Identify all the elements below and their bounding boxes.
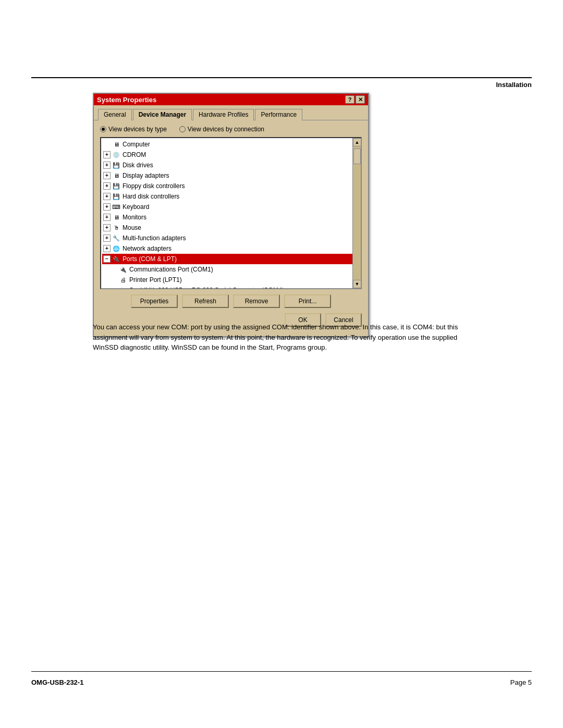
refresh-button[interactable]: Refresh: [182, 294, 229, 308]
scroll-up-button[interactable]: ▲: [353, 138, 361, 146]
network-expander[interactable]: +: [103, 245, 111, 252]
tab-general[interactable]: General: [98, 109, 132, 120]
radio-label-connection: View devices by connection: [188, 126, 264, 133]
mouse-icon: 🖱: [112, 224, 120, 232]
radio-label-type: View devices by type: [108, 126, 167, 133]
monitors-icon: 🖥: [112, 213, 120, 221]
keyboard-icon: ⌨: [112, 203, 120, 211]
monitors-expander[interactable]: +: [103, 214, 111, 221]
scroll-thumb[interactable]: [353, 149, 361, 164]
ports-expander[interactable]: −: [103, 255, 111, 263]
dialog-titlebar: System Properties ? ✕: [94, 94, 368, 105]
multifunction-expander[interactable]: +: [103, 235, 111, 242]
tree-item-sealink[interactable]: 🔌 SeaLINK+232 USB to RS-232 Serial Conve…: [102, 285, 360, 289]
bottom-bar: OMG-USB-232-1 Page 5: [31, 678, 532, 686]
section-title: Installation: [496, 81, 532, 89]
cdrom-expander[interactable]: +: [103, 151, 111, 158]
page-container: Installation System Properties ? ✕ Gener…: [0, 0, 563, 728]
keyboard-expander[interactable]: +: [103, 203, 111, 211]
display-icon: 🖥: [112, 171, 120, 180]
com1-icon: 🔌: [119, 265, 127, 274]
scroll-down-button[interactable]: ▼: [353, 280, 361, 288]
tree-item-monitors[interactable]: + 🖥 Monitors: [102, 212, 360, 223]
tab-hardware-profiles[interactable]: Hardware Profiles: [193, 109, 254, 120]
footer-product-name: OMG-USB-232-1: [31, 678, 83, 686]
radio-row: View devices by type View devices by con…: [100, 126, 362, 133]
tree-item-lpt1[interactable]: 🖨 Printer Port (LPT1): [102, 275, 360, 285]
tab-performance[interactable]: Performance: [255, 109, 302, 120]
radio-dot-connection: [179, 126, 186, 132]
floppy-icon: 💾: [112, 182, 120, 190]
tree-item-floppy[interactable]: + 💾 Floppy disk controllers: [102, 181, 360, 191]
hdd-icon: 💾: [112, 192, 120, 201]
print-button[interactable]: Print...: [284, 294, 331, 308]
system-properties-dialog: System Properties ? ✕ General Device Man…: [93, 93, 369, 337]
network-icon: 🌐: [112, 244, 120, 253]
close-button[interactable]: ✕: [356, 95, 365, 104]
tree-item-computer[interactable]: 🖥 Computer: [102, 139, 360, 150]
help-button[interactable]: ?: [345, 95, 354, 104]
tree-item-keyboard[interactable]: + ⌨ Keyboard: [102, 202, 360, 212]
properties-button[interactable]: Properties: [131, 294, 178, 308]
tree-item-network[interactable]: + 🌐 Network adapters: [102, 243, 360, 254]
dialog-content: View devices by type View devices by con…: [94, 120, 368, 336]
dialog-wrapper: System Properties ? ✕ General Device Man…: [93, 93, 369, 337]
device-tree: 🖥 Computer + 💿 CDROM + 💾: [101, 138, 361, 289]
mouse-expander[interactable]: +: [103, 224, 111, 231]
body-text: You can access your new COM: port by usi…: [93, 322, 470, 353]
dialog-title: System Properties: [97, 96, 156, 104]
computer-icon: 🖥: [112, 140, 120, 149]
disk-icon: 💾: [112, 161, 120, 169]
tree-item-disk[interactable]: + 💾 Disk drives: [102, 160, 360, 170]
remove-button[interactable]: Remove: [233, 294, 280, 308]
action-buttons: Properties Refresh Remove Print...: [100, 294, 362, 308]
tree-item-multifunction[interactable]: + 🔧 Multi-function adapters: [102, 233, 360, 243]
radio-dot-type: [100, 126, 106, 132]
top-rule: [31, 77, 532, 78]
radio-by-type[interactable]: View devices by type: [100, 126, 167, 133]
tab-device-manager[interactable]: Device Manager: [133, 109, 192, 120]
floppy-expander[interactable]: +: [103, 182, 111, 190]
display-expander[interactable]: +: [103, 172, 111, 179]
dialog-tabs: General Device Manager Hardware Profiles…: [94, 105, 368, 120]
tree-item-cdrom[interactable]: + 💿 CDROM: [102, 150, 360, 160]
scrollbar-vertical[interactable]: ▲ ▼: [352, 138, 361, 288]
titlebar-buttons: ? ✕: [345, 95, 365, 104]
tree-item-hdd[interactable]: + 💾 Hard disk controllers: [102, 191, 360, 202]
footer-page-number: Page 5: [510, 678, 532, 686]
scroll-track: [353, 146, 361, 280]
tree-item-display[interactable]: + 🖥 Display adapters: [102, 170, 360, 181]
hdd-expander[interactable]: +: [103, 193, 111, 200]
device-tree-container: 🖥 Computer + 💿 CDROM + 💾: [100, 137, 362, 289]
lpt1-icon: 🖨: [119, 276, 127, 284]
tree-item-mouse[interactable]: + 🖱 Mouse: [102, 223, 360, 233]
ports-icon: 🔌: [112, 255, 120, 263]
sealink-icon: 🔌: [119, 286, 127, 289]
multifunction-icon: 🔧: [112, 234, 120, 242]
radio-by-connection[interactable]: View devices by connection: [179, 126, 264, 133]
tree-item-ports[interactable]: − 🔌 Ports (COM & LPT): [102, 254, 360, 264]
disk-expander[interactable]: +: [103, 162, 111, 169]
tree-item-com1[interactable]: 🔌 Communications Port (COM1): [102, 264, 360, 275]
cdrom-icon: 💿: [112, 151, 120, 159]
bottom-rule: [31, 671, 532, 672]
